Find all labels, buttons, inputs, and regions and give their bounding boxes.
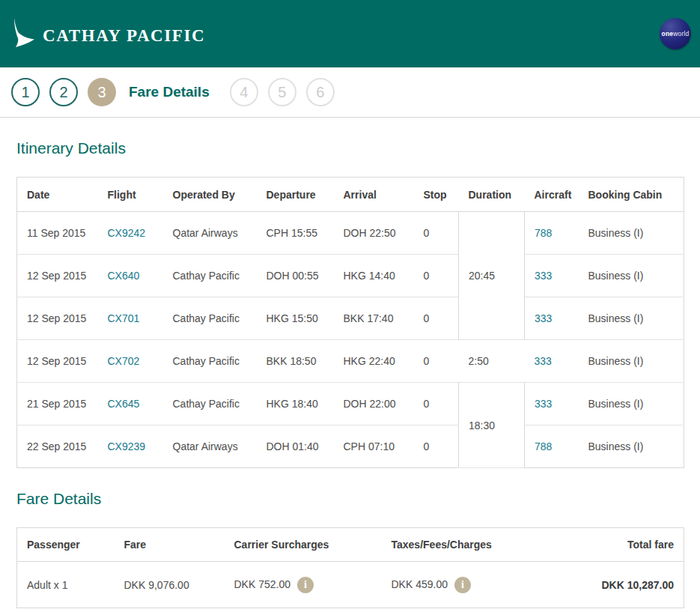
aircraft-link[interactable]: 333: [535, 398, 552, 410]
oneworld-text-bold: one: [661, 30, 673, 37]
aircraft-link[interactable]: 788: [535, 440, 552, 452]
col-carrier-surcharges: Carrier Surcharges: [225, 528, 382, 562]
aircraft-cell: 333: [525, 255, 579, 297]
flight-cell: CX702: [98, 340, 163, 383]
booking-cabin-cell: Business (I): [579, 425, 684, 468]
departure-cell: CPH 15:55: [257, 212, 334, 255]
itinerary-row: 12 Sep 2015 CX702 Cathay Pacific BKK 18:…: [17, 340, 684, 383]
flight-link[interactable]: CX9239: [108, 440, 146, 452]
flight-link[interactable]: CX701: [108, 312, 140, 324]
brushwing-icon: [10, 17, 36, 50]
stop-cell: 0: [414, 383, 459, 425]
duration-cell: 20:45: [459, 212, 525, 340]
col-stop: Stop: [414, 178, 459, 212]
aircraft-link[interactable]: 333: [535, 355, 552, 367]
stop-cell: 0: [414, 212, 459, 255]
step-4: 4: [230, 78, 258, 106]
duration-cell: 18:30: [459, 383, 525, 468]
departure-cell: HKG 15:50: [257, 297, 334, 340]
stop-cell: 0: [414, 297, 459, 340]
departure-cell: HKG 18:40: [257, 383, 334, 425]
col-departure: Departure: [257, 178, 334, 212]
stop-cell: 0: [414, 340, 459, 383]
flight-link[interactable]: CX645: [108, 398, 140, 410]
flight-link[interactable]: CX9242: [108, 227, 146, 239]
col-arrival: Arrival: [334, 178, 414, 212]
aircraft-link[interactable]: 333: [535, 270, 552, 282]
itinerary-row: 12 Sep 2015 CX640 Cathay Pacific DOH 00:…: [17, 255, 684, 297]
date-cell: 12 Sep 2015: [17, 297, 98, 340]
arrival-cell: HKG 22:40: [334, 340, 414, 383]
arrival-cell: CPH 07:10: [334, 425, 414, 468]
taxes-fees-charges-amount: DKK 459.00: [392, 578, 448, 590]
taxes-fees-charges-cell: DKK 459.00i: [382, 562, 547, 608]
carrier-surcharges-amount: DKK 752.00: [234, 578, 291, 590]
flight-cell: CX701: [98, 297, 163, 340]
carrier-surcharges-cell: DKK 752.00i: [225, 562, 382, 608]
cathay-pacific-logo[interactable]: CATHAY PACIFIC: [10, 17, 205, 50]
departure-cell: DOH 00:55: [257, 255, 334, 297]
flight-link[interactable]: CX702: [108, 355, 140, 367]
aircraft-cell: 788: [525, 212, 579, 255]
date-cell: 12 Sep 2015: [17, 255, 98, 297]
stop-cell: 0: [414, 255, 459, 297]
itinerary-details-title: Itinerary Details: [16, 139, 684, 157]
fare-cell: DKK 9,076.00: [115, 562, 225, 608]
itinerary-header-row: Date Flight Operated By Departure Arriva…: [17, 178, 684, 212]
flight-cell: CX9242: [98, 212, 163, 255]
col-flight: Flight: [98, 178, 163, 212]
col-duration: Duration: [459, 178, 525, 212]
arrival-cell: DOH 22:50: [334, 212, 414, 255]
departure-cell: BKK 18:50: [257, 340, 334, 383]
operated-by-cell: Cathay Pacific: [163, 383, 257, 425]
duration-cell: 2:50: [459, 340, 525, 383]
aircraft-cell: 333: [525, 297, 579, 340]
stop-cell: 0: [414, 425, 459, 468]
aircraft-link[interactable]: 333: [535, 312, 552, 324]
booking-cabin-cell: Business (I): [579, 340, 684, 383]
passenger-cell: Adult x 1: [17, 562, 115, 608]
main-content: Itinerary Details Date Flight Operated B…: [0, 139, 700, 608]
date-cell: 21 Sep 2015: [17, 383, 98, 425]
flight-cell: CX640: [98, 255, 163, 297]
col-booking-cabin: Booking Cabin: [579, 178, 684, 212]
booking-cabin-cell: Business (I): [579, 255, 684, 297]
operated-by-cell: Cathay Pacific: [163, 255, 257, 297]
step-6: 6: [306, 78, 335, 106]
step-3-current: 3: [88, 78, 116, 106]
aircraft-cell: 333: [525, 383, 579, 425]
top-header: CATHAY PACIFIC oneworld: [0, 0, 700, 67]
col-taxes-fees-charges: Taxes/Fees/Charges: [382, 528, 547, 562]
col-operated-by: Operated By: [163, 178, 257, 212]
taxes-fees-charges-info-icon[interactable]: i: [454, 577, 471, 593]
col-date: Date: [17, 178, 98, 212]
flight-cell: CX9239: [98, 425, 163, 468]
arrival-cell: DOH 22:00: [334, 383, 414, 425]
aircraft-link[interactable]: 788: [535, 227, 552, 239]
step-5: 5: [268, 78, 296, 106]
carrier-surcharges-info-icon[interactable]: i: [297, 577, 314, 593]
operated-by-cell: Qatar Airways: [163, 425, 257, 468]
booking-steps: 1 2 3 Fare Details 4 5 6: [0, 67, 700, 118]
total-fare-cell: DKK 10,287.00: [547, 562, 684, 608]
brand-wordmark: CATHAY PACIFIC: [43, 26, 205, 46]
current-step-label: Fare Details: [129, 84, 210, 100]
date-cell: 12 Sep 2015: [17, 340, 98, 383]
step-2[interactable]: 2: [49, 78, 78, 106]
booking-cabin-cell: Business (I): [579, 297, 684, 340]
date-cell: 11 Sep 2015: [17, 212, 98, 255]
col-total-fare: Total fare: [547, 528, 684, 562]
fare-row: Adult x 1 DKK 9,076.00 DKK 752.00i DKK 4…: [17, 562, 684, 608]
aircraft-cell: 788: [525, 425, 579, 468]
step-1[interactable]: 1: [11, 78, 40, 106]
oneworld-logo[interactable]: oneworld: [660, 18, 691, 49]
arrival-cell: BKK 17:40: [334, 297, 414, 340]
flight-link[interactable]: CX640: [108, 270, 140, 282]
operated-by-cell: Qatar Airways: [163, 212, 257, 255]
col-fare: Fare: [115, 528, 225, 562]
booking-cabin-cell: Business (I): [579, 212, 684, 255]
booking-cabin-cell: Business (I): [579, 383, 684, 425]
oneworld-text-light: world: [673, 30, 689, 37]
aircraft-cell: 333: [525, 340, 579, 383]
col-passenger: Passenger: [17, 528, 115, 562]
